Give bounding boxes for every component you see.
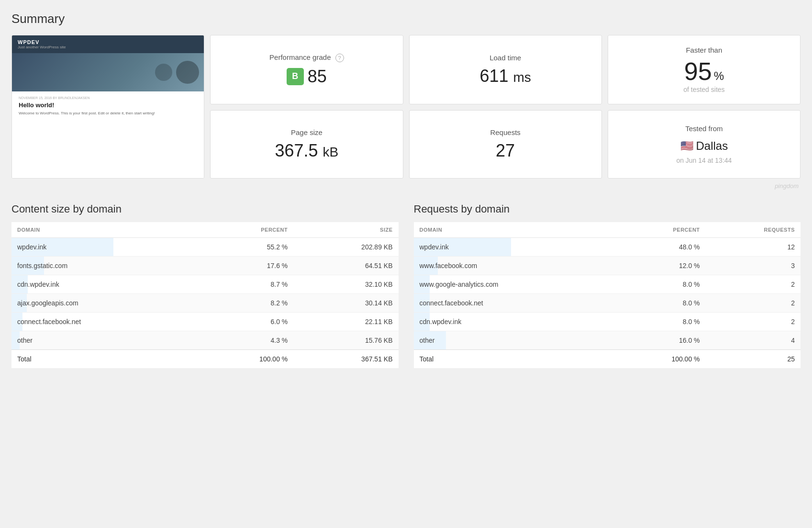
- content-total-percent: 100.00 %: [196, 350, 293, 369]
- table-row: other 4.3 % 15.76 KB: [11, 331, 399, 350]
- content-domain-cell: cdn.wpdev.ink: [11, 275, 196, 294]
- table-row: www.google-analytics.com 8.0 % 2: [414, 275, 801, 294]
- req-requests-cell: 2: [706, 275, 801, 294]
- tested-from-label: Tested from: [685, 124, 723, 133]
- load-time-card: Load time 611 ms: [409, 35, 602, 104]
- content-size-cell: 64.51 KB: [293, 257, 398, 275]
- content-size-section: Content size by domain DOMAIN PERCENT SI…: [11, 203, 399, 368]
- load-time-value: 611 ms: [479, 67, 531, 86]
- page-size-value: 367.5 kB: [275, 141, 338, 160]
- content-size-cell: 22.11 KB: [293, 313, 398, 331]
- content-domain-cell: ajax.googleapis.com: [11, 294, 196, 313]
- req-domain-cell: www.facebook.com: [414, 257, 617, 275]
- req-percent-cell: 8.0 %: [616, 313, 705, 331]
- table-row: cdn.wpdev.ink 8.7 % 32.10 KB: [11, 275, 399, 294]
- faster-than-label: Faster than: [686, 46, 722, 54]
- req-domain-cell: www.google-analytics.com: [414, 275, 617, 294]
- table-row: fonts.gstatic.com 17.6 % 64.51 KB: [11, 257, 399, 275]
- faster-than-value-row: 95 %: [684, 59, 724, 84]
- req-total-label: Total: [414, 350, 617, 369]
- requests-card: Requests 27: [409, 110, 602, 179]
- req-percent-cell: 12.0 %: [616, 257, 705, 275]
- performance-grade-value-row: B 85: [287, 67, 327, 86]
- performance-grade-label: Performance grade ?: [269, 53, 344, 62]
- tested-date: on Jun 14 at 13:44: [676, 157, 732, 164]
- req-total-percent: 100.00 %: [616, 350, 705, 369]
- req-requests-cell: 4: [706, 331, 801, 350]
- table-row: Total 100.00 % 367.51 KB: [11, 350, 399, 369]
- grade-badge: B: [287, 68, 304, 85]
- table-row: other 16.0 % 4: [414, 331, 801, 350]
- content-size-title: Content size by domain: [11, 203, 399, 215]
- requests-value: 27: [496, 141, 515, 160]
- content-domain-cell: wpdev.ink: [11, 238, 196, 257]
- req-percent-cell: 8.0 %: [616, 294, 705, 313]
- req-percent-cell: 8.0 %: [616, 275, 705, 294]
- content-percent-header: PERCENT: [196, 222, 293, 238]
- summary-grid: WPDEV Just another WordPress site Search…: [11, 35, 801, 179]
- content-size-cell: 15.76 KB: [293, 331, 398, 350]
- grade-number: 85: [308, 67, 327, 86]
- faster-than-card: Faster than 95 % of tested sites: [608, 35, 801, 104]
- req-domain-header: DOMAIN: [414, 222, 617, 238]
- tables-section: Content size by domain DOMAIN PERCENT SI…: [11, 203, 801, 368]
- tested-location-name: Dallas: [696, 139, 728, 153]
- content-size-table: DOMAIN PERCENT SIZE wpdev.ink 55.2 % 202…: [11, 222, 399, 368]
- table-row: ajax.googleapis.com 8.2 % 30.14 KB: [11, 294, 399, 313]
- us-flag-icon: 🇺🇸: [680, 140, 693, 152]
- req-percent-header: PERCENT: [616, 222, 705, 238]
- req-requests-cell: 2: [706, 294, 801, 313]
- req-domain-cell: cdn.wpdev.ink: [414, 313, 617, 331]
- table-row: connect.facebook.net 8.0 % 2: [414, 294, 801, 313]
- table-row: wpdev.ink 55.2 % 202.89 KB: [11, 238, 399, 257]
- content-domain-cell: connect.facebook.net: [11, 313, 196, 331]
- requests-by-domain-table: DOMAIN PERCENT REQUESTS wpdev.ink 48.0 %…: [414, 222, 801, 368]
- requests-by-domain-section: Requests by domain DOMAIN PERCENT REQUES…: [414, 203, 801, 368]
- table-row: www.facebook.com 12.0 % 3: [414, 257, 801, 275]
- tested-location-row: 🇺🇸 Dallas: [680, 139, 728, 153]
- table-row: wpdev.ink 48.0 % 12: [414, 238, 801, 257]
- content-percent-cell: 4.3 %: [196, 331, 293, 350]
- content-size-cell: 32.10 KB: [293, 275, 398, 294]
- page-title: Summary: [11, 11, 801, 26]
- content-size-header: SIZE: [293, 222, 398, 238]
- table-row: connect.facebook.net 6.0 % 22.11 KB: [11, 313, 399, 331]
- requests-label: Requests: [490, 128, 520, 136]
- content-percent-cell: 8.7 %: [196, 275, 293, 294]
- req-total-requests: 25: [706, 350, 801, 369]
- site-screenshot-card: WPDEV Just another WordPress site Search…: [11, 35, 204, 179]
- req-percent-cell: 48.0 %: [616, 238, 705, 257]
- content-domain-header: DOMAIN: [11, 222, 196, 238]
- content-total-label: Total: [11, 350, 196, 369]
- req-domain-cell: wpdev.ink: [414, 238, 617, 257]
- performance-grade-info-icon[interactable]: ?: [335, 54, 344, 62]
- content-size-cell: 30.14 KB: [293, 294, 398, 313]
- requests-by-domain-title: Requests by domain: [414, 203, 801, 215]
- req-domain-cell: connect.facebook.net: [414, 294, 617, 313]
- content-percent-cell: 8.2 %: [196, 294, 293, 313]
- tested-from-card: Tested from 🇺🇸 Dallas on Jun 14 at 13:44: [608, 110, 801, 179]
- page-size-card: Page size 367.5 kB: [210, 110, 403, 179]
- pingdom-brand: pingdom: [11, 182, 801, 190]
- content-size-cell: 202.89 KB: [293, 238, 398, 257]
- page-size-label: Page size: [291, 128, 323, 136]
- content-domain-cell: other: [11, 331, 196, 350]
- table-row: cdn.wpdev.ink 8.0 % 2: [414, 313, 801, 331]
- load-time-label: Load time: [489, 54, 521, 62]
- content-domain-cell: fonts.gstatic.com: [11, 257, 196, 275]
- content-percent-cell: 17.6 %: [196, 257, 293, 275]
- req-requests-header: REQUESTS: [706, 222, 801, 238]
- content-percent-cell: 6.0 %: [196, 313, 293, 331]
- req-domain-cell: other: [414, 331, 617, 350]
- faster-than-sub: of tested sites: [683, 86, 724, 93]
- content-total-size: 367.51 KB: [293, 350, 398, 369]
- table-row: Total 100.00 % 25: [414, 350, 801, 369]
- performance-grade-card: Performance grade ? B 85: [210, 35, 403, 104]
- req-percent-cell: 16.0 %: [616, 331, 705, 350]
- content-percent-cell: 55.2 %: [196, 238, 293, 257]
- req-requests-cell: 2: [706, 313, 801, 331]
- req-requests-cell: 3: [706, 257, 801, 275]
- req-requests-cell: 12: [706, 238, 801, 257]
